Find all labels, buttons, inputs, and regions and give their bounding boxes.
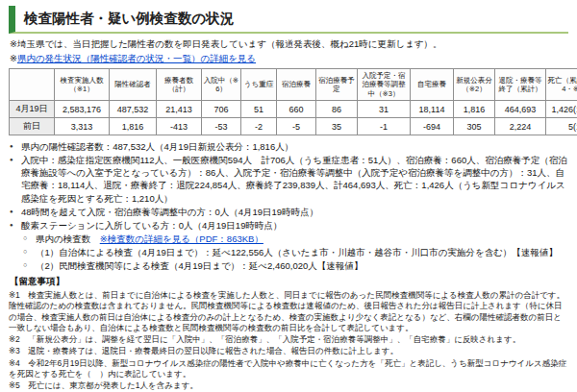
table-cell: -2 [241, 118, 277, 135]
test-count-list: 県内の検査数 ※検査数の詳細を見る（PDF：863KB）（1）自治体による検査（… [9, 233, 568, 272]
note-item: ※1 検査実施人数とは、前日までに自治体による検査を実施した人数と、同日までに報… [9, 290, 568, 333]
table-cell: -694 [411, 118, 454, 135]
notes-title: 【留意事項】 [10, 276, 568, 288]
test-detail-pdf-link[interactable]: ※検査数の詳細を見る（PDF：863KB） [100, 233, 263, 244]
test-count-text: （2）民間検査機関等による検査（4月19日まで）：延べ2,460,020人【速報… [36, 260, 363, 271]
summary-item: 酸素ステーションに入所している方：0人（4月19日19時時点） [9, 219, 568, 232]
table-cell: 1,426(1,210) [546, 101, 577, 118]
table-cell: -5 [277, 118, 316, 135]
row-label: 4月19日 [10, 101, 55, 118]
note-item: ※2 「新規公表分」は、調整を経て翌日に「入院中」、「宿泊療養」、「入院予定・宿… [9, 334, 568, 345]
table-row: 前日3,3131,816-413-53-2-535-1-6943052,2245… [10, 118, 577, 135]
column-header: 自宅療養 [411, 69, 454, 101]
table-cell: 660 [277, 101, 316, 118]
column-header: 宿泊療養 [277, 69, 316, 101]
summary-item: 入院中：感染症指定医療機関112人、一般医療機関594人 計706人（うち重症患… [9, 154, 568, 204]
table-cell: 5(1) [546, 118, 577, 135]
table-cell: 31 [358, 101, 411, 118]
update-notice: ※埼玉県では、当日把握した陽性者の数を即日発表しています（報道発表後、概ね21時… [10, 38, 568, 51]
table-header-row: 検査実施人数（※1）陽性確認者療養者数（計）入院中（※6）うち重症宿泊療養宿泊療… [10, 69, 577, 101]
column-header: 宿泊療養予定 [316, 69, 358, 101]
summary-item: 48時間を超えて入院・宿泊療養等調整中の方：0人（4月19日19時時点） [9, 206, 568, 218]
test-count-item: 県内の検査数 ※検査数の詳細を見る（PDF：863KB） [23, 233, 568, 245]
table-cell: 2,224 [495, 118, 546, 135]
table-cell: 86 [316, 101, 358, 118]
table-cell: 464,693 [495, 101, 546, 118]
table-cell: 305 [454, 118, 495, 135]
table-cell: -413 [157, 118, 202, 135]
table-cell: 3,313 [55, 118, 110, 135]
table-cell: -1 [358, 118, 411, 135]
table-cell: 2,583,176 [55, 101, 110, 118]
column-header: 死亡（累計）（※4・※5） [546, 69, 577, 101]
column-header: うち重症 [241, 69, 277, 101]
note-item: ※5 死亡には、東京都が発表した1人を含みます。 [9, 380, 568, 391]
test-count-item: （2）民間検査機関等による検査（4月19日まで）：延べ2,460,020人【速報… [23, 259, 568, 272]
page: 検査陽性者・疑い例検査数の状況 ※埼玉県では、当日把握した陽性者の数を即日発表し… [0, 0, 577, 392]
column-header: 退院・療養等終了（累計） [495, 69, 546, 101]
table-cell: 21,413 [157, 101, 202, 118]
summary-list: 県内の陽性確認者数：487,532人（4月19日新規公表分：1,816人）入院中… [9, 140, 568, 232]
note-item: ※4 令和2年6月19日以降、新型コロナウイルス感染症の陽性者で入院中や療養中に… [9, 358, 568, 380]
test-count-item: （1）自治体による検査（4月19日まで）：延べ122,556人（さいたま市・川越… [23, 246, 568, 258]
outbreak-status-link[interactable]: 県内の発生状況（陽性確認者の状況・一覧）の詳細を見る [17, 53, 256, 63]
column-header: 新規公表分（※2） [454, 69, 495, 101]
test-count-text: （1）自治体による検査（4月19日まで）：延べ122,556人（さいたま市・川越… [36, 247, 558, 257]
table-cell: 1,816 [454, 101, 495, 118]
column-header: 検査実施人数（※1） [55, 69, 110, 101]
table-cell: 18,114 [411, 101, 454, 118]
table-cell: -53 [202, 118, 241, 135]
table-cell: 487,532 [110, 101, 157, 118]
row-label: 前日 [10, 118, 55, 135]
page-title: 検査陽性者・疑い例検査数の状況 [9, 6, 568, 34]
test-count-text: 県内の検査数 [36, 233, 100, 244]
note-item: ※3 退院・療養終了は、退院日・療養最終日の翌日以降に報告された場合、報告日の件… [9, 346, 568, 356]
column-header: 入院予定・宿泊療養等調整中（※3） [358, 69, 411, 101]
table-corner-cell [10, 69, 55, 101]
status-link-prefix: ※ [10, 53, 17, 63]
column-header: 陽性確認者 [110, 69, 157, 101]
table-cell: 1,816 [110, 118, 157, 135]
column-header: 療養者数（計） [157, 69, 202, 101]
table-row: 4月19日2,583,176487,53221,4137065166086311… [10, 101, 577, 118]
column-header: 入院中（※6） [202, 69, 241, 101]
summary-item: 県内の陽性確認者数：487,532人（4月19日新規公表分：1,816人） [9, 140, 568, 153]
status-link-line: ※県内の発生状況（陽性確認者の状況・一覧）の詳細を見る [10, 53, 568, 65]
table-cell: 51 [241, 101, 277, 118]
notes-list: ※1 検査実施人数とは、前日までに自治体による検査を実施した人数と、同日までに報… [9, 290, 568, 392]
table-cell: 706 [202, 101, 241, 118]
table-cell: 35 [316, 118, 358, 135]
status-table: 検査実施人数（※1）陽性確認者療養者数（計）入院中（※6）うち重症宿泊療養宿泊療… [9, 68, 577, 135]
